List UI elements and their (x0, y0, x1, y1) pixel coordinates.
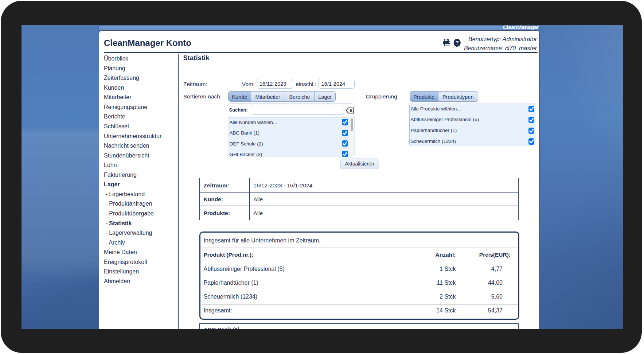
svg-text:?: ? (455, 39, 458, 46)
